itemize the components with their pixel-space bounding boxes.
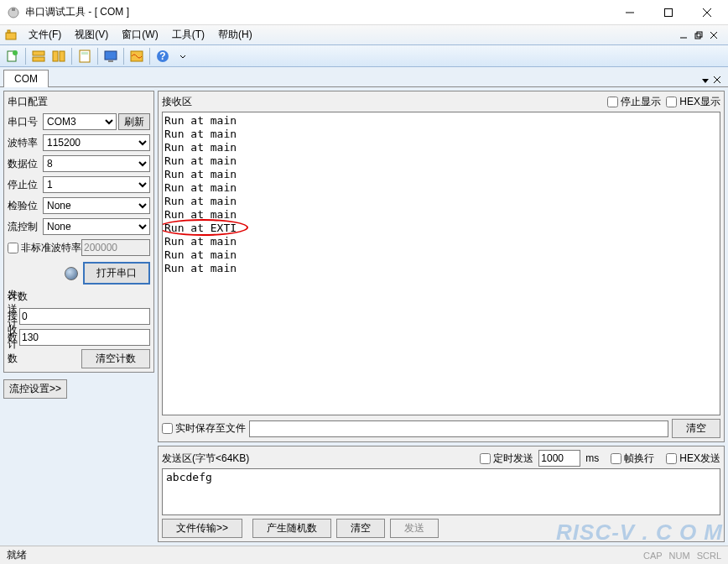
tile-h-icon[interactable]	[29, 47, 48, 65]
svg-rect-17	[53, 51, 58, 61]
svg-rect-6	[6, 33, 16, 39]
mdi-close-button[interactable]	[706, 29, 721, 42]
flow-select[interactable]: None	[43, 218, 150, 235]
random-button[interactable]: 产生随机数	[252, 519, 331, 538]
stopdisplay-label: 停止显示	[621, 95, 661, 109]
dropdown-icon[interactable]	[174, 47, 192, 65]
parity-label: 检验位	[8, 199, 43, 213]
recv-title: 接收区	[162, 95, 192, 109]
menu-window[interactable]: 窗口(W)	[115, 28, 164, 42]
recv-group: 接收区 停止显示 HEX显示 Run at main Run at main R…	[158, 91, 725, 442]
new-icon[interactable]	[3, 47, 22, 65]
status-scrl: SCRL	[697, 551, 721, 561]
savefile-path[interactable]	[249, 420, 668, 437]
wrap-checkbox[interactable]	[611, 453, 621, 464]
monitor-icon[interactable]	[101, 47, 120, 65]
recv-terminal[interactable]: Run at main Run at main Run at main Run …	[162, 112, 720, 415]
savefile-checkbox[interactable]	[162, 423, 173, 434]
menu-tools[interactable]: 工具(T)	[165, 28, 211, 42]
calc-icon[interactable]	[75, 47, 94, 65]
help-icon[interactable]: ?	[153, 47, 172, 65]
send-button[interactable]: 发送	[390, 519, 439, 538]
app-menu-icon	[3, 28, 18, 43]
timed-label: 定时发送	[493, 452, 533, 466]
savefile-label: 实时保存至文件	[175, 421, 246, 436]
baud-select[interactable]: 115200	[43, 134, 150, 151]
port-label: 串口号	[8, 115, 43, 129]
tabstrip: COM	[0, 67, 728, 87]
tab-close-icon[interactable]	[713, 75, 721, 86]
count-title: 计数	[8, 290, 150, 304]
window-title: 串口调试工具 - [ COM ]	[25, 5, 611, 19]
nonstd-input	[81, 239, 150, 256]
svg-text:?: ?	[159, 50, 165, 62]
serial-config-group: 串口配置 串口号 COM3 刷新 波特率 115200 数据位 8 停止位 1 …	[3, 91, 154, 373]
svg-rect-9	[695, 34, 700, 39]
flow-label: 流控制	[8, 220, 43, 234]
hexdisplay-label: HEX显示	[679, 95, 720, 109]
svg-rect-3	[665, 8, 673, 16]
timed-checkbox[interactable]	[480, 453, 491, 464]
serial-config-title: 串口配置	[8, 95, 150, 109]
send-title: 发送区(字节<64KB)	[162, 452, 249, 466]
nonstd-label: 非标准波特率	[21, 241, 81, 255]
status-cap: CAP	[643, 551, 663, 561]
status-ready: 就绪	[7, 548, 27, 562]
svg-point-14	[13, 50, 18, 55]
recv-clear-button[interactable]: 清空	[672, 419, 720, 438]
menu-help[interactable]: 帮助(H)	[211, 28, 259, 42]
send-textarea[interactable]: abcdefg	[162, 468, 720, 515]
hexsend-label: HEX发送	[679, 452, 720, 466]
svg-rect-15	[33, 51, 44, 55]
pin-icon[interactable]	[701, 75, 710, 86]
left-panel: 串口配置 串口号 COM3 刷新 波特率 115200 数据位 8 停止位 1 …	[3, 91, 154, 542]
svg-rect-18	[60, 51, 65, 61]
svg-rect-10	[697, 32, 702, 37]
wave-icon[interactable]	[127, 47, 146, 65]
timed-unit: ms	[585, 452, 599, 464]
stopdisplay-checkbox[interactable]	[607, 97, 618, 107]
svg-rect-1	[12, 8, 15, 11]
recvcount-label: 接收计数	[8, 309, 19, 366]
port-led-icon	[65, 267, 78, 280]
baud-label: 波特率	[8, 136, 43, 150]
minimize-button[interactable]	[611, 0, 649, 25]
open-port-button[interactable]: 打开串口	[83, 262, 150, 285]
menu-file[interactable]: 文件(F)	[22, 28, 68, 42]
maximize-button[interactable]	[649, 0, 688, 25]
menu-view[interactable]: 视图(V)	[68, 28, 115, 42]
timed-input[interactable]	[538, 450, 580, 467]
hexdisplay-checkbox[interactable]	[666, 97, 677, 107]
wrap-label: 帧换行	[624, 452, 654, 466]
menubar: 文件(F) 视图(V) 窗口(W) 工具(T) 帮助(H)	[0, 25, 728, 45]
mdi-minimize-button[interactable]	[676, 29, 691, 42]
filetx-button[interactable]: 文件传输>>	[162, 519, 242, 538]
flowctl-button[interactable]: 流控设置>>	[3, 379, 67, 399]
titlebar: 串口调试工具 - [ COM ]	[0, 0, 728, 25]
databits-select[interactable]: 8	[43, 155, 150, 172]
tab-com[interactable]: COM	[3, 70, 49, 87]
svg-rect-21	[105, 51, 117, 60]
sendcount-field[interactable]	[19, 308, 150, 325]
hexsend-checkbox[interactable]	[666, 453, 677, 464]
port-select[interactable]: COM3	[43, 113, 117, 130]
send-group: 发送区(字节<64KB) 定时发送 ms 帧换行 HEX发送 abcdefg 文…	[158, 446, 725, 542]
app-icon	[7, 6, 20, 19]
mdi-restore-button[interactable]	[691, 29, 706, 42]
databits-label: 数据位	[8, 157, 43, 171]
close-button[interactable]	[688, 0, 726, 25]
svg-rect-22	[108, 60, 113, 62]
toolbar: ?	[0, 45, 728, 67]
send-clear-button[interactable]: 清空	[336, 519, 385, 538]
refresh-button[interactable]: 刷新	[118, 113, 150, 130]
stopbits-label: 停止位	[8, 178, 43, 192]
tile-v-icon[interactable]	[49, 47, 68, 65]
svg-rect-7	[8, 30, 10, 33]
nonstd-checkbox[interactable]	[8, 243, 18, 253]
svg-rect-20	[81, 52, 88, 55]
parity-select[interactable]: None	[43, 197, 150, 214]
clearcount-button[interactable]: 清空计数	[81, 349, 150, 368]
stopbits-select[interactable]: 1	[43, 176, 150, 193]
workarea: 串口配置 串口号 COM3 刷新 波特率 115200 数据位 8 停止位 1 …	[0, 87, 728, 546]
recvcount-field[interactable]	[19, 329, 150, 346]
